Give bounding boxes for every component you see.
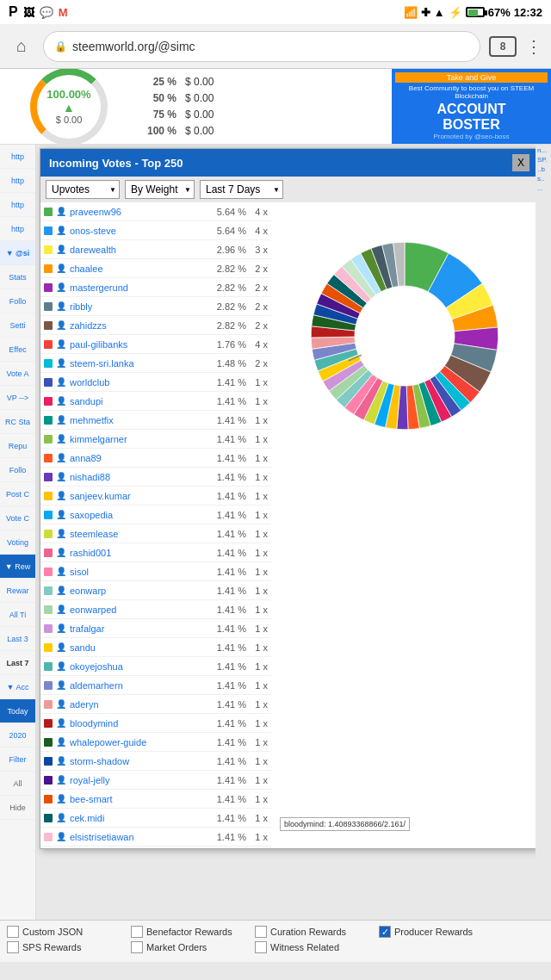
vote-row[interactable]: 👤 zahidzzs 2.82 % 2 x: [40, 316, 271, 335]
vote-row[interactable]: 👤 eonwarp 1.41 % 1 x: [40, 581, 271, 600]
vote-row[interactable]: 👤 anna89 1.41 % 1 x: [40, 449, 271, 468]
vote-row[interactable]: 👤 whalepower-guide 1.41 % 1 x: [40, 733, 271, 752]
footer-item-witness[interactable]: Witness Related: [255, 941, 375, 953]
sidebar-item-hide[interactable]: Hide: [0, 796, 35, 820]
voter-pct: 1.41 %: [210, 453, 246, 463]
sidebar-item-rc[interactable]: RC Sta: [0, 410, 35, 434]
checkbox-benefactor[interactable]: [131, 926, 143, 938]
sidebar-item-vp[interactable]: VP -->: [0, 386, 35, 410]
sidebar-item-post[interactable]: Post C: [0, 482, 35, 506]
footer-item-market[interactable]: Market Orders: [131, 941, 251, 953]
voter-count: 1 x: [246, 586, 268, 596]
vote-row[interactable]: 👤 okoyejoshua 1.41 % 1 x: [40, 657, 271, 676]
vote-row[interactable]: 👤 onos-steve 5.64 % 4 x: [40, 221, 271, 240]
vote-color-dot: [44, 624, 53, 633]
sidebar-item-last3[interactable]: Last 3: [0, 627, 35, 651]
sidebar-item-http4[interactable]: http: [0, 217, 35, 241]
sidebar-item-last7[interactable]: Last 7: [0, 651, 35, 675]
sidebar-item-voting[interactable]: Voting: [0, 530, 35, 555]
vote-row[interactable]: 👤 aldemarhern 1.41 % 1 x: [40, 676, 271, 695]
checkbox-custom-json[interactable]: [7, 926, 19, 938]
sidebar-item-follo[interactable]: Follo: [0, 289, 35, 313]
voter-pct: 5.64 %: [210, 207, 246, 217]
modal-close-button[interactable]: X: [512, 154, 529, 171]
vote-row[interactable]: 👤 trafalgar 1.41 % 1 x: [40, 619, 271, 638]
vote-row[interactable]: 👤 praveenw96 5.64 % 4 x: [40, 202, 271, 221]
vote-row[interactable]: 👤 mehmetfix 1.41 % 1 x: [40, 411, 271, 430]
period-select[interactable]: Last 7 Days Last 30 Days All Time: [200, 180, 283, 199]
vote-row[interactable]: 👤 darewealth 2.96 % 3 x: [40, 240, 271, 259]
sidebar-item-fol2[interactable]: Follo: [0, 458, 35, 482]
vote-row[interactable]: 👤 aderyn 1.41 % 1 x: [40, 695, 271, 714]
vote-row[interactable]: 👤 pratik0 1.41 % 1 x: [40, 847, 271, 848]
sidebar-item-alltime[interactable]: All Ti: [0, 603, 35, 627]
sidebar-item-stats[interactable]: Stats: [0, 265, 35, 289]
checkbox-market[interactable]: [131, 941, 143, 953]
vote-row[interactable]: 👤 royal-jelly 1.41 % 1 x: [40, 771, 271, 790]
vote-row[interactable]: 👤 worldclub 1.41 % 1 x: [40, 373, 271, 392]
vote-row[interactable]: 👤 saxopedia 1.41 % 1 x: [40, 506, 271, 524]
vote-row[interactable]: 👤 sanjeev.kumar 1.41 % 1 x: [40, 487, 271, 506]
vote-row[interactable]: 👤 rashid001 1.41 % 1 x: [40, 543, 271, 562]
sidebar-item-http3[interactable]: http: [0, 193, 35, 217]
vote-row[interactable]: 👤 storm-shadow 1.41 % 1 x: [40, 752, 271, 771]
vote-row[interactable]: 👤 sandupi 1.41 % 1 x: [40, 392, 271, 411]
tab-counter[interactable]: 8: [489, 36, 517, 57]
vote-row[interactable]: 👤 bloodymind 1.41 % 1 x: [40, 714, 271, 733]
sort-select-wrapper[interactable]: By Weight By Count: [125, 180, 195, 199]
sidebar-item-http1[interactable]: http: [0, 145, 35, 169]
vote-row[interactable]: 👤 paul-gilibanks 1.76 % 4 x: [40, 335, 271, 354]
vote-color-dot: [44, 245, 53, 254]
sidebar-item-filter[interactable]: Filter: [0, 747, 35, 772]
vote-row[interactable]: 👤 kimmelgarner 1.41 % 1 x: [40, 430, 271, 449]
vote-row[interactable]: 👤 eonwarped 1.41 % 1 x: [40, 600, 271, 619]
sidebar-item-repu[interactable]: Repu: [0, 434, 35, 458]
vote-type-select[interactable]: Upvotes Downvotes: [46, 180, 120, 199]
sidebar-item-reward[interactable]: Rewar: [0, 579, 35, 603]
sidebar-item-rew[interactable]: ▼ Rew: [0, 555, 35, 579]
vote-row[interactable]: 👤 elsistrisetiawan 1.41 % 1 x: [40, 828, 271, 847]
sidebar-item-acc[interactable]: ▼ Acc: [0, 675, 35, 699]
footer-item-benefactor[interactable]: Benefactor Rewards: [131, 926, 251, 938]
voter-name: sisol: [70, 567, 210, 577]
checkbox-witness[interactable]: [255, 941, 267, 953]
vote-row[interactable]: 👤 nishadi88 1.41 % 1 x: [40, 468, 271, 487]
checkbox-curation[interactable]: [255, 926, 267, 938]
sidebar-item-vote-a[interactable]: Vote A: [0, 362, 35, 386]
footer-item-producer[interactable]: ✓ Producer Rewards: [379, 926, 499, 938]
vote-color-dot: [44, 416, 53, 425]
period-select-wrapper[interactable]: Last 7 Days Last 30 Days All Time: [200, 180, 283, 199]
checkbox-producer[interactable]: ✓: [379, 926, 391, 938]
vote-row[interactable]: 👤 ribbly 2.82 % 2 x: [40, 297, 271, 316]
type-select-wrapper[interactable]: Upvotes Downvotes: [46, 180, 120, 199]
url-bar[interactable]: 🔒 steemworld.org/@simc: [43, 31, 480, 62]
home-button[interactable]: ⌂: [9, 34, 34, 59]
pct-100: 100 %: [146, 125, 176, 137]
sidebar-item-si[interactable]: ▼ @si: [0, 241, 35, 265]
sidebar-item-2020[interactable]: 2020: [0, 723, 35, 747]
vote-row[interactable]: 👤 steemlease 1.41 % 1 x: [40, 524, 271, 543]
voter-pct: 1.41 %: [210, 434, 246, 444]
sort-select[interactable]: By Weight By Count: [125, 180, 195, 199]
footer-item-curation[interactable]: Curation Rewards: [255, 926, 375, 938]
vote-row[interactable]: 👤 sandu 1.41 % 1 x: [40, 638, 271, 657]
vote-row[interactable]: 👤 mastergerund 2.82 % 2 x: [40, 278, 271, 297]
footer-item-sps[interactable]: SPS Rewards: [7, 941, 127, 953]
voter-pct: 1.41 %: [210, 605, 246, 615]
sidebar-item-today[interactable]: Today: [0, 699, 35, 723]
sidebar-item-setti[interactable]: Setti: [0, 313, 35, 338]
vote-row[interactable]: 👤 steem-sri.lanka 1.48 % 2 x: [40, 354, 271, 373]
sidebar-item-effec[interactable]: Effec: [0, 338, 35, 362]
vote-row[interactable]: 👤 bee-smart 1.41 % 1 x: [40, 790, 271, 809]
menu-button[interactable]: ⋮: [525, 36, 542, 57]
checkbox-sps[interactable]: [7, 941, 19, 953]
sidebar-item-http2[interactable]: http: [0, 169, 35, 193]
sidebar-item-all[interactable]: All: [0, 772, 35, 796]
vote-color-dot: [44, 549, 53, 557]
footer-item-custom-json[interactable]: Custom JSON: [7, 926, 127, 938]
vote-row[interactable]: 👤 cek.midi 1.41 % 1 x: [40, 809, 271, 828]
vote-row[interactable]: 👤 chaalee 2.82 % 2 x: [40, 259, 271, 278]
sidebar-item-votec[interactable]: Vote C: [0, 506, 35, 530]
voter-name: rashid001: [70, 548, 210, 558]
vote-row[interactable]: 👤 sisol 1.41 % 1 x: [40, 562, 271, 581]
